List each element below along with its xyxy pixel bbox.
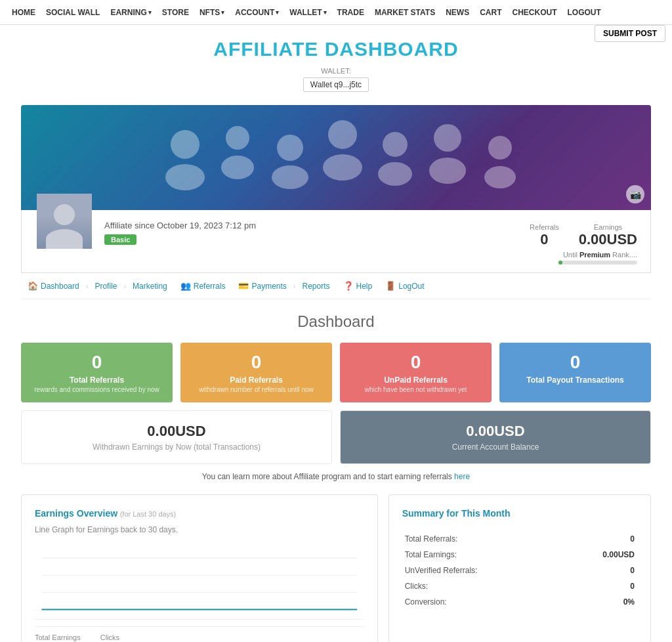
svg-point-9 — [378, 162, 412, 186]
unpaid-referrals-title: UnPaid Referrals — [346, 375, 485, 385]
table-row: Total Referrals: 0 — [402, 531, 637, 547]
total-referrals-card: 0 Total Referrals rewards and commission… — [21, 343, 173, 402]
table-row: Conversion: 0% — [402, 594, 637, 610]
nav-wallet[interactable]: WALLET ▾ — [284, 0, 331, 25]
payments-icon: 💳 — [238, 281, 249, 291]
chevron-down-icon: ▾ — [148, 0, 152, 25]
profile-info: Affiliate since October 19, 2023 7:12 pm… — [104, 218, 530, 245]
withdrawn-card: 0.00USD Withdrawn Earnings by Now (total… — [21, 410, 332, 464]
rank-row: Until Premium Rank.... — [558, 251, 637, 265]
referrals-label: Referrals — [530, 223, 559, 231]
footer-clicks: Clicks 0 — [100, 633, 119, 642]
nav-store[interactable]: STORE — [157, 0, 194, 25]
table-row: UnVerified Referrals: 0 — [402, 563, 637, 578]
referrals-icon: 👥 — [180, 281, 191, 291]
nav-logout[interactable]: Logout — [562, 0, 606, 25]
svg-point-0 — [171, 130, 200, 159]
total-referrals-title: Total Referrals — [28, 375, 166, 385]
subnav-referrals[interactable]: 👥 Referrals — [174, 278, 232, 293]
nav-home[interactable]: HOME — [7, 0, 41, 25]
subnav-help[interactable]: ❓ Help — [337, 278, 379, 293]
premium-rank: Premium — [579, 251, 610, 259]
subnav-logout[interactable]: 🚪 LogOut — [379, 278, 430, 293]
unpaid-referrals-card: 0 UnPaid Referrals which have been not w… — [340, 343, 492, 402]
page-title: AFFILIATE DASHBOARD — [21, 38, 651, 60]
paid-referrals-subtitle: withdrawn number of referrals until now — [187, 386, 326, 393]
total-referrals-value: 0 — [28, 352, 166, 373]
subnav-payments[interactable]: 💳 Payments — [232, 278, 293, 293]
payout-transactions-title: Total Payout Transactions — [506, 375, 644, 385]
payout-transactions-value: 0 — [506, 352, 644, 373]
svg-point-13 — [484, 166, 516, 188]
chevron-down-icon: ▾ — [276, 0, 279, 25]
earnings-row: 0.00USD Withdrawn Earnings by Now (total… — [21, 410, 651, 464]
avatar-body — [46, 229, 83, 249]
nav-account[interactable]: ACCOUNT ▾ — [230, 0, 284, 25]
table-row: Total Earnings: 0.00USD — [402, 547, 637, 563]
earnings-panel-footer: Total Earnings 0.00USD Clicks 0 — [35, 626, 364, 642]
banner: 📷 — [21, 105, 651, 210]
bottom-panels: Earnings Overview (for Last 30 days) Lin… — [21, 494, 651, 642]
subnav-dashboard[interactable]: 🏠 Dashboard — [21, 278, 86, 293]
summary-conversion-value: 0% — [561, 594, 637, 610]
withdrawn-value: 0.00USD — [35, 423, 318, 440]
banner-art — [21, 105, 651, 210]
earnings-panel-subtitle: (for Last 30 days) — [120, 510, 177, 518]
subnav-profile[interactable]: Profile — [88, 279, 123, 293]
referrals-stat: Referrals 0 — [530, 223, 559, 248]
svg-point-7 — [323, 154, 362, 181]
nav-cart[interactable]: CART — [474, 0, 507, 25]
subnav-reports[interactable]: Reports — [295, 279, 336, 293]
earnings-value: 0.00USD — [579, 231, 637, 248]
dashboard-section-title: Dashboard — [21, 312, 651, 331]
summary-table: Total Referrals: 0 Total Earnings: 0.00U… — [402, 531, 637, 610]
total-referrals-subtitle: rewards and commissions received by now — [28, 386, 166, 393]
svg-point-5 — [272, 165, 308, 189]
affiliate-info-link[interactable]: here — [454, 472, 470, 481]
paid-referrals-card: 0 Paid Referrals withdrawn number of ref… — [180, 343, 332, 402]
balance-label: Current Account Balance — [354, 442, 637, 452]
logout-icon: 🚪 — [385, 281, 396, 291]
paid-referrals-title: Paid Referrals — [187, 375, 326, 385]
earnings-label: Earnings — [579, 223, 637, 231]
affiliate-since: Affiliate since October 19, 2023 7:12 pm — [104, 221, 530, 230]
main-content: AFFILIATE DASHBOARD WALLET: Wallet q9...… — [14, 25, 658, 642]
nav-social-wall[interactable]: SOCIAL WALL — [41, 0, 105, 25]
home-icon: 🏠 — [28, 281, 38, 291]
nav-news[interactable]: NEWS — [440, 0, 474, 25]
help-icon: ❓ — [343, 281, 354, 291]
balance-value: 0.00USD — [354, 423, 637, 440]
svg-point-12 — [488, 136, 512, 160]
svg-point-6 — [328, 120, 357, 149]
summary-total-earnings-label: Total Earnings: — [402, 547, 562, 563]
wallet-value: Wallet q9...j5tc — [303, 77, 369, 92]
camera-icon[interactable]: 📷 — [626, 185, 644, 203]
navbar: HOME SOCIAL WALL EARNING ▾ STORE NFTs ▾ … — [0, 0, 672, 25]
chevron-down-icon: ▾ — [221, 0, 224, 25]
svg-point-2 — [226, 126, 249, 150]
summary-total-earnings-value: 0.00USD — [561, 547, 637, 563]
svg-point-3 — [221, 156, 254, 179]
avatar — [35, 192, 94, 251]
subnav-marketing[interactable]: Marketing — [126, 279, 174, 293]
earnings-stat: Earnings 0.00USD — [579, 223, 637, 248]
nav-market-stats[interactable]: MARKET STATS — [369, 0, 440, 25]
rank-progress-bar — [558, 261, 637, 265]
summary-total-referrals-value: 0 — [561, 531, 637, 547]
nav-nfts[interactable]: NFTs ▾ — [194, 0, 230, 25]
chevron-down-icon: ▾ — [324, 0, 327, 25]
profile-stats: Referrals 0 Earnings 0.00USD — [530, 223, 637, 248]
withdrawn-label: Withdrawn Earnings by Now (total Transac… — [35, 442, 318, 452]
svg-point-1 — [165, 164, 205, 190]
nav-checkout[interactable]: CHECKOUT — [507, 0, 562, 25]
nav-trade[interactable]: TRADE — [332, 0, 369, 25]
submit-post-button[interactable]: SUBMIT POST — [595, 25, 665, 42]
earnings-panel-header: Earnings Overview (for Last 30 days) — [35, 508, 364, 519]
unpaid-referrals-value: 0 — [346, 352, 485, 373]
rank-text: Until Premium Rank.... — [558, 251, 637, 259]
footer-total-earnings: Total Earnings 0.00USD — [35, 633, 81, 642]
nav-earning[interactable]: EARNING ▾ — [105, 0, 156, 25]
balance-card: 0.00USD Current Account Balance — [340, 410, 651, 464]
earnings-panel-title: Earnings Overview — [35, 508, 117, 519]
profile-bar: Affiliate since October 19, 2023 7:12 pm… — [21, 210, 651, 273]
